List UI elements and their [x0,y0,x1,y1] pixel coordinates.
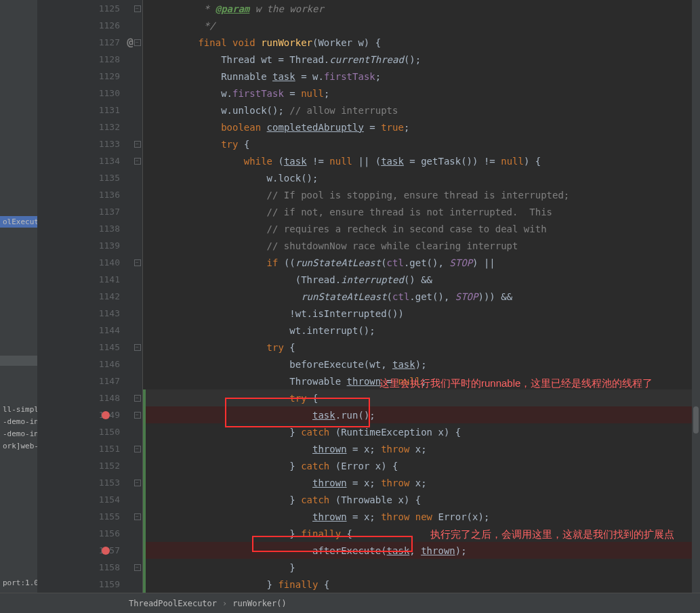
code-line[interactable]: } finally { [143,576,700,593]
code-line[interactable]: // If pool is stopping, ensure thread is… [143,186,700,203]
gutter-row[interactable]: 1135 [37,169,132,186]
code-line[interactable]: final void runWorker(Worker w) { [143,34,700,51]
gutter-row[interactable]: 1134 [37,152,132,169]
fold-row[interactable] [132,17,142,34]
code-line[interactable]: // shutdownNow race while clearing inter… [143,237,700,254]
breadcrumb-class[interactable]: ThreadPoolExecutor [129,599,217,608]
code-line[interactable]: } catch (Throwable x) { [143,491,700,508]
sidebar-item[interactable]: ork]web- [0,440,37,452]
fold-row[interactable] [132,237,142,254]
gutter-row[interactable]: 1151 [37,440,132,457]
code-line[interactable]: * @param w the worker [143,0,700,17]
code-line[interactable]: Runnable task = w.firstTask; [143,68,700,85]
fold-row[interactable] [132,525,142,542]
code-line[interactable]: runStateAtLeast(ctl.get(), STOP))) && [143,288,700,305]
sidebar-active-tab[interactable]: olExecuto [0,216,37,228]
fold-row[interactable] [132,102,142,119]
breakpoint-icon[interactable] [102,411,110,419]
code-line[interactable]: */ [143,17,700,34]
fold-gutter[interactable]: −−−−−−−−−−−− [132,0,143,593]
fold-row[interactable] [132,576,142,593]
code-line[interactable]: while (task != null || (task = getTask()… [143,152,700,169]
gutter-row[interactable]: 1144 [37,322,132,339]
fold-row[interactable] [132,491,142,508]
code-line[interactable]: if ((runStateAtLeast(ctl.get(), STOP) || [143,254,700,271]
fold-row[interactable]: − [132,339,142,356]
code-line[interactable]: thrown = x; throw new Error(x); [143,508,700,525]
gutter-row[interactable]: 1125 [37,0,132,17]
gutter-row[interactable]: 1136 [37,186,132,203]
gutter-row[interactable]: 1145 [37,339,132,356]
gutter-row[interactable]: 1152 [37,457,132,474]
gutter-row[interactable]: 1129 [37,68,132,85]
fold-row[interactable] [132,85,142,102]
fold-row[interactable] [132,542,142,559]
gutter-row[interactable]: 1131 [37,102,132,119]
fold-row[interactable]: − [132,508,142,525]
fold-row[interactable]: − [132,440,142,457]
code-line[interactable]: w.unlock(); // allow interrupts [143,102,700,119]
fold-icon[interactable]: − [134,513,141,520]
fold-row[interactable]: − [132,34,142,51]
code-line[interactable]: afterExecute(task, thrown); [143,542,700,559]
fold-row[interactable] [132,271,142,288]
code-line[interactable]: // requires a recheck in second case to … [143,220,700,237]
fold-row[interactable]: − [132,559,142,576]
gutter-row[interactable]: 1153 [37,474,132,491]
code-line[interactable]: w.firstTask = null; [143,85,700,102]
gutter-row[interactable]: 1157 [37,542,132,559]
sidebar-item[interactable]: ll-simple- [0,404,37,415]
code-line[interactable]: thrown = x; throw x; [143,474,700,491]
breadcrumb[interactable]: ThreadPoolExecutor › runWorker() [0,593,700,613]
gutter-row[interactable]: 1139 [37,237,132,254]
fold-row[interactable] [132,457,142,474]
gutter-row[interactable]: 1148 [37,389,132,406]
gutter-row[interactable]: 1140 [37,254,132,271]
gutter-row[interactable]: 1132 [37,119,132,135]
scrollbar[interactable] [692,0,700,593]
fold-icon[interactable]: − [134,480,141,486]
gutter-row[interactable]: 1149 [37,406,132,423]
gutter-row[interactable]: 1150 [37,423,132,440]
fold-row[interactable] [132,169,142,186]
fold-row[interactable]: − [132,474,142,491]
sidebar-item[interactable]: -demo-in [0,416,37,427]
gutter-row[interactable]: 1159 [37,576,132,593]
fold-icon[interactable]: − [134,141,141,148]
fold-row[interactable] [132,288,142,305]
fold-row[interactable] [132,51,142,68]
code-line[interactable]: Thread wt = Thread.currentThread(); [143,51,700,68]
gutter-row[interactable]: 1126 [37,17,132,34]
line-number-gutter[interactable]: 112511261127@112811291130113111321133113… [37,0,132,593]
code-line[interactable]: boolean completedAbruptly = true; [143,119,700,135]
gutter-row[interactable]: 1127@ [37,34,132,51]
code-line[interactable]: } catch (Error x) { [143,457,700,474]
breadcrumb-method[interactable]: runWorker() [232,599,286,608]
breakpoint-icon[interactable] [102,547,110,555]
fold-row[interactable]: − [132,406,142,423]
gutter-row[interactable]: 1128 [37,51,132,68]
fold-row[interactable] [132,203,142,220]
fold-row[interactable] [132,220,142,237]
gutter-row[interactable]: 1147 [37,373,132,389]
fold-icon[interactable]: − [134,564,141,571]
gutter-row[interactable]: 1154 [37,491,132,508]
fold-icon[interactable]: − [134,412,141,419]
fold-icon[interactable]: − [134,158,141,165]
gutter-row[interactable]: 1137 [37,203,132,220]
code-editor[interactable]: 112511261127@112811291130113111321133113… [37,0,700,593]
code-line[interactable]: try { [143,135,700,152]
code-line[interactable]: !wt.isInterrupted()) [143,305,700,322]
gutter-row[interactable]: 1133 [37,135,132,152]
code-line[interactable]: // if not, ensure thread is not interrup… [143,203,700,220]
fold-row[interactable]: − [132,135,142,152]
gutter-row[interactable]: 1143 [37,305,132,322]
gutter-row[interactable]: 1156 [37,525,132,542]
code-line[interactable]: w.lock(); [143,169,700,186]
code-area[interactable]: * @param w the worker */ final void runW… [143,0,700,593]
fold-row[interactable] [132,186,142,203]
fold-row[interactable] [132,119,142,135]
code-line[interactable]: wt.interrupt(); [143,322,700,339]
fold-row[interactable] [132,356,142,373]
gutter-row[interactable]: 1146 [37,356,132,373]
